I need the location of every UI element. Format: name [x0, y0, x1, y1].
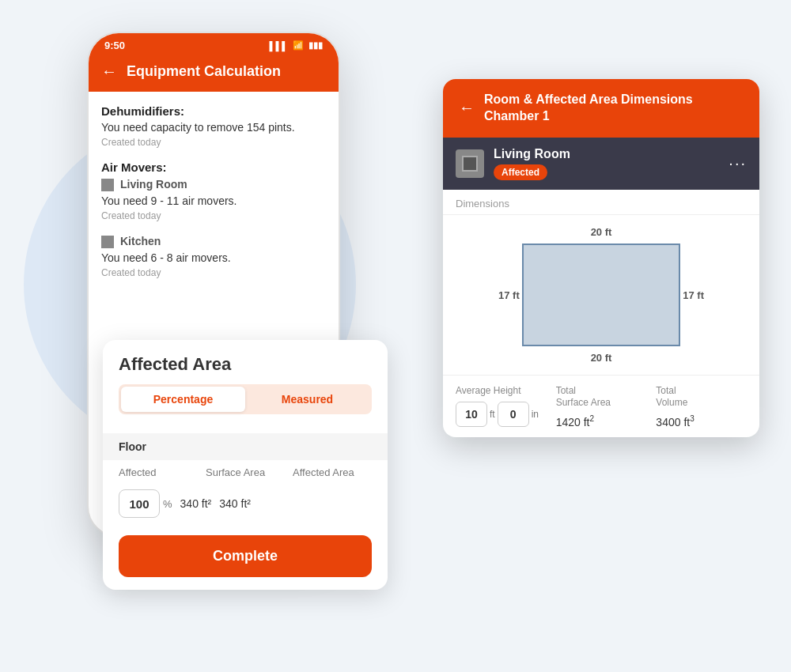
room1-text: You need 9 - 11 air movers. — [101, 194, 326, 207]
air-movers-label: Air Movers: — [101, 160, 326, 174]
tab-measured[interactable]: Measured — [245, 387, 369, 412]
dehumidifiers-date: Created today — [101, 137, 326, 148]
dehumidifiers-label: Dehumidifiers: — [101, 104, 326, 118]
dimensions-back-icon[interactable]: ← — [459, 99, 475, 117]
col-surface-header: Surface Area — [206, 466, 285, 478]
dim-top-label: 20 ft — [591, 226, 612, 238]
phone-header: ← Equipment Calculation — [89, 55, 339, 92]
dimensions-title-line2: Chamber 1 — [484, 108, 693, 125]
in-unit: in — [532, 409, 539, 420]
avg-height-label: Average Height — [456, 385, 547, 398]
affected-area-card: Affected Area Percentage Measured Floor … — [103, 340, 388, 590]
room2-date: Created today — [101, 267, 326, 278]
complete-button[interactable]: Complete — [119, 535, 372, 577]
surface-area-value: 340 ft² — [180, 497, 212, 510]
total-surface-group: TotalSurface Area 1420 ft2 — [556, 385, 647, 428]
dimensions-section-label: Dimensions — [443, 190, 759, 215]
dimensions-card: ← Room & Affected Area Dimensions Chambe… — [443, 79, 759, 437]
dimensions-title-line1: Room & Affected Area Dimensions — [484, 92, 693, 108]
room1-item: Living Room — [101, 177, 326, 191]
floor-label: Floor — [119, 440, 146, 453]
floor-data-row: % 340 ft² 340 ft² — [103, 485, 388, 523]
table-header: Affected Surface Area Affected Area — [103, 460, 388, 485]
dim-right-label: 17 ft — [683, 289, 704, 300]
room-info-left: Living Room Affected — [456, 147, 570, 180]
avg-height-input: ft in — [456, 402, 547, 427]
tab-percentage[interactable]: Percentage — [121, 387, 245, 412]
tab-container: Percentage Measured — [119, 384, 372, 414]
col-affected-area-header: Affected Area — [293, 466, 372, 478]
room-rectangle — [522, 244, 680, 346]
affected-percentage-input[interactable] — [119, 489, 160, 518]
phone-content: Dehumidifiers: You need capacity to remo… — [89, 92, 339, 304]
total-surface-label: TotalSurface Area — [556, 385, 647, 410]
signal-icon: ▌▌▌ — [270, 41, 288, 51]
dimensions-diagram: 20 ft 17 ft 17 ft 20 ft — [443, 215, 759, 375]
dimensions-header: ← Room & Affected Area Dimensions Chambe… — [443, 79, 759, 138]
dim-bottom-label: 20 ft — [591, 352, 612, 364]
room-rectangle-container: 20 ft 17 ft 17 ft 20 ft — [522, 244, 680, 346]
affected-card-title: Affected Area — [119, 354, 372, 375]
status-bar: 9:50 ▌▌▌ 📶 ▮▮▮ — [89, 33, 339, 55]
dim-left-label: 17 ft — [498, 289, 520, 300]
phone-title: Equipment Calculation — [127, 63, 281, 80]
ft-unit: ft — [490, 409, 495, 420]
room-thumbnail — [456, 149, 484, 178]
affected-area-value: 340 ft² — [219, 497, 251, 510]
avg-height-ft-input[interactable] — [456, 402, 487, 427]
status-time: 9:50 — [104, 40, 125, 51]
affected-status-badge: Affected — [494, 164, 547, 180]
room-name-label: Living Room — [494, 147, 570, 161]
total-volume-group: TotalVolume 3400 ft3 — [656, 385, 747, 428]
total-surface-value: 1420 ft2 — [556, 414, 647, 428]
room1-icon — [101, 179, 114, 191]
room-thumbnail-icon — [462, 156, 478, 172]
room2-icon — [101, 236, 114, 248]
affected-input-group: % — [119, 489, 172, 518]
dehumidifiers-text: You need capacity to remove 154 pints. — [101, 121, 326, 134]
room1-date: Created today — [101, 210, 326, 221]
dimensions-stats: Average Height ft in TotalSurface Area 1… — [443, 375, 759, 438]
floor-section: Floor — [103, 433, 388, 460]
affected-card-header: Affected Area Percentage Measured — [103, 340, 388, 433]
room2-text: You need 6 - 8 air movers. — [101, 251, 326, 264]
total-volume-value: 3400 ft3 — [656, 414, 747, 428]
room-info-text: Living Room Affected — [494, 147, 570, 180]
avg-height-group: Average Height ft in — [456, 385, 547, 428]
room1-name: Living Room — [120, 178, 187, 191]
back-arrow-icon[interactable]: ← — [101, 62, 117, 81]
room2-name: Kitchen — [120, 235, 161, 247]
room-info-bar: Living Room Affected ··· — [443, 138, 759, 190]
wifi-icon: 📶 — [293, 40, 304, 51]
room2-item: Kitchen — [101, 234, 326, 248]
total-volume-label: TotalVolume — [656, 385, 747, 410]
affected-unit: % — [163, 498, 172, 510]
avg-height-in-input[interactable] — [498, 402, 529, 427]
col-affected-header: Affected — [119, 466, 198, 478]
room-more-icon[interactable]: ··· — [729, 154, 747, 172]
battery-icon: ▮▮▮ — [308, 40, 323, 51]
